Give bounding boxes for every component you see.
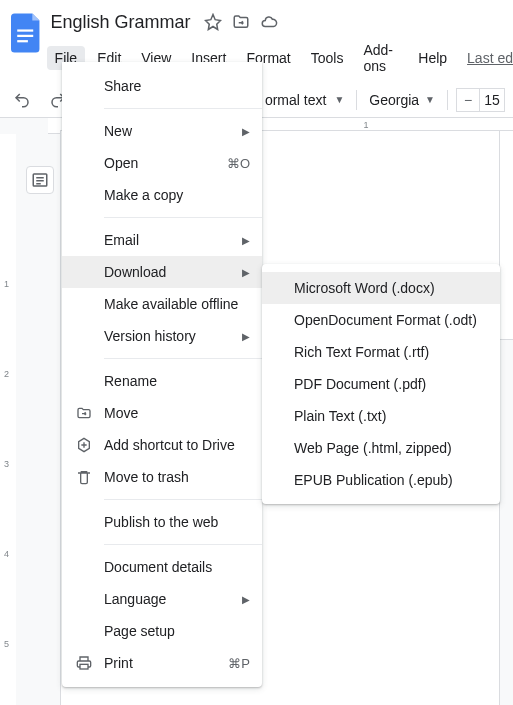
menu-item-page-setup[interactable]: Page setup <box>62 615 262 647</box>
move-to-folder-icon[interactable] <box>231 12 251 32</box>
undo-button[interactable] <box>8 86 36 114</box>
export-docx[interactable]: Microsoft Word (.docx) <box>262 272 500 304</box>
ruler-mark: 4 <box>4 549 9 559</box>
menu-separator <box>104 544 262 545</box>
ruler-mark: 3 <box>4 459 9 469</box>
menu-help[interactable]: Help <box>410 46 455 70</box>
paragraph-style-label: ormal text <box>265 92 326 108</box>
toolbar-separator <box>356 90 357 110</box>
document-page[interactable] <box>499 130 513 340</box>
toolbar-separator <box>447 90 448 110</box>
font-family-select[interactable]: Georgia ▼ <box>365 88 439 112</box>
cloud-status-icon[interactable] <box>259 12 279 32</box>
shortcut-icon <box>74 435 94 455</box>
last-edit-link[interactable]: Last ed <box>467 46 513 70</box>
file-menu: Share New▶ Open⌘O Make a copy Email▶ Dow… <box>62 62 262 687</box>
font-size-decrease[interactable]: − <box>457 89 479 111</box>
star-icon[interactable] <box>203 12 223 32</box>
chevron-down-icon: ▼ <box>334 94 344 105</box>
menu-item-trash[interactable]: Move to trash <box>62 461 262 493</box>
menu-separator <box>104 108 262 109</box>
menu-item-make-copy[interactable]: Make a copy <box>62 179 262 211</box>
export-epub[interactable]: EPUB Publication (.epub) <box>262 464 500 496</box>
vertical-ruler[interactable]: 1 2 3 4 5 <box>0 134 16 705</box>
menu-item-language[interactable]: Language▶ <box>62 583 262 615</box>
menu-item-offline[interactable]: Make available offline <box>62 288 262 320</box>
menu-item-move[interactable]: Move <box>62 397 262 429</box>
font-size-control: − 15 <box>456 88 505 112</box>
move-icon <box>74 403 94 423</box>
menu-item-share[interactable]: Share <box>62 70 262 102</box>
submenu-arrow-icon: ▶ <box>236 235 250 246</box>
menu-item-email[interactable]: Email▶ <box>62 224 262 256</box>
menu-item-print[interactable]: Print⌘P <box>62 647 262 679</box>
menu-item-add-shortcut[interactable]: Add shortcut to Drive <box>62 429 262 461</box>
menu-addons[interactable]: Add-ons <box>355 38 406 78</box>
svg-rect-7 <box>80 664 88 669</box>
ruler-mark: 1 <box>363 120 368 130</box>
ruler-mark: 5 <box>4 639 9 649</box>
svg-rect-2 <box>18 40 29 42</box>
menu-item-open[interactable]: Open⌘O <box>62 147 262 179</box>
submenu-arrow-icon: ▶ <box>236 267 250 278</box>
export-rtf[interactable]: Rich Text Format (.rtf) <box>262 336 500 368</box>
chevron-down-icon: ▼ <box>425 94 435 105</box>
font-family-label: Georgia <box>369 92 419 108</box>
export-pdf[interactable]: PDF Document (.pdf) <box>262 368 500 400</box>
svg-rect-1 <box>18 35 34 37</box>
print-icon <box>74 653 94 673</box>
submenu-arrow-icon: ▶ <box>236 594 250 605</box>
menu-separator <box>104 217 262 218</box>
download-submenu: Microsoft Word (.docx) OpenDocument Form… <box>262 264 500 504</box>
submenu-arrow-icon: ▶ <box>236 126 250 137</box>
docs-logo[interactable] <box>8 8 47 58</box>
menu-item-version-history[interactable]: Version history▶ <box>62 320 262 352</box>
menu-separator <box>104 499 262 500</box>
outline-toggle-button[interactable] <box>26 166 54 194</box>
trash-icon <box>74 467 94 487</box>
menu-item-publish[interactable]: Publish to the web <box>62 506 262 538</box>
export-html[interactable]: Web Page (.html, zipped) <box>262 432 500 464</box>
document-title[interactable]: English Grammar <box>47 10 195 35</box>
export-txt[interactable]: Plain Text (.txt) <box>262 400 500 432</box>
menu-item-new[interactable]: New▶ <box>62 115 262 147</box>
svg-rect-0 <box>18 29 34 31</box>
ruler-mark: 2 <box>4 369 9 379</box>
ruler-mark: 1 <box>4 279 9 289</box>
menu-item-download[interactable]: Download▶ <box>62 256 262 288</box>
submenu-arrow-icon: ▶ <box>236 331 250 342</box>
export-odt[interactable]: OpenDocument Format (.odt) <box>262 304 500 336</box>
menu-separator <box>104 358 262 359</box>
paragraph-style-select[interactable]: ormal text ▼ <box>261 88 348 112</box>
menu-item-rename[interactable]: Rename <box>62 365 262 397</box>
menu-item-details[interactable]: Document details <box>62 551 262 583</box>
menu-tools[interactable]: Tools <box>303 46 352 70</box>
font-size-value[interactable]: 15 <box>480 92 504 108</box>
